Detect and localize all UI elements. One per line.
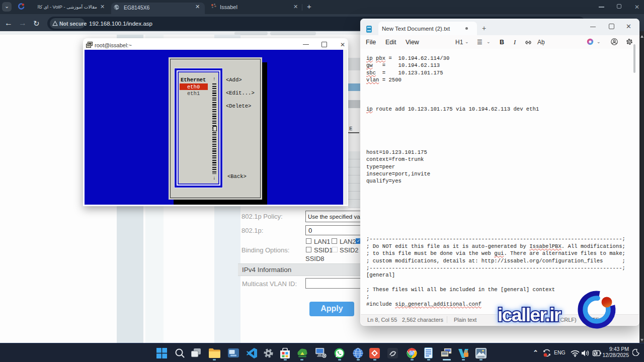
svg-text:icaller.ir: icaller.ir bbox=[498, 305, 561, 325]
